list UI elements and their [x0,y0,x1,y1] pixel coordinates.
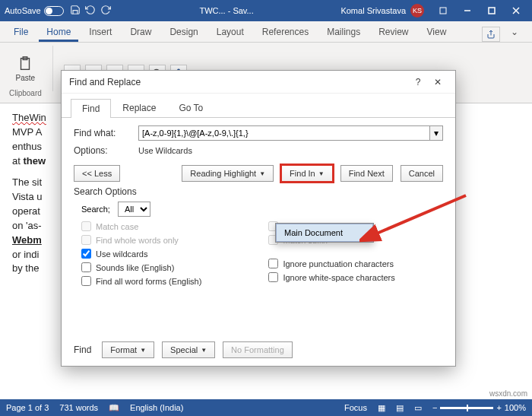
reading-highlight-button[interactable]: Reading Highlight▼ [182,165,274,182]
find-what-label: Find what: [74,128,131,138]
find-footer-label: Find [74,345,91,355]
special-button[interactable]: Special▼ [162,341,215,358]
minimize-icon[interactable] [456,3,479,18]
tab-replace[interactable]: Replace [111,98,167,117]
use-wildcards-checkbox[interactable]: Use wildcards [81,249,201,259]
doc-text: TheWin [12,112,46,123]
find-replace-dialog: Find and Replace ? ✕ Find Replace Go To … [61,70,456,367]
tab-draw[interactable]: Draw [122,22,159,42]
help-icon[interactable]: ? [408,74,428,91]
no-formatting-button[interactable]: No Formatting [223,341,293,358]
view-read-icon[interactable]: ▦ [378,403,385,413]
page-indicator[interactable]: Page 1 of 3 [6,403,49,412]
match-case-checkbox[interactable]: Match case [81,221,201,231]
zoom-slider[interactable] [440,407,493,409]
less-button[interactable]: << Less [74,165,120,182]
format-button[interactable]: Format▼ [102,341,154,358]
tab-references[interactable]: References [255,22,316,42]
ribbon-tabs: File Home Insert Draw Design Layout Refe… [0,21,532,43]
window-controls [432,3,527,18]
save-icon[interactable] [70,5,81,17]
word-count[interactable]: 731 words [59,403,98,412]
paste-icon [17,56,33,72]
chevron-down-icon[interactable]: ▾ [429,125,443,141]
svg-rect-0 [440,8,446,14]
clipboard-label: Clipboard [9,89,42,97]
status-bar: Page 1 of 3 731 words 📖 English (India) … [0,399,532,416]
tab-goto[interactable]: Go To [167,98,214,117]
undo-icon[interactable] [85,5,96,17]
search-options-header: Search Options [74,186,443,197]
paste-button[interactable]: Paste [13,54,39,84]
dialog-title-bar[interactable]: Find and Replace ? ✕ [62,71,455,94]
cancel-button[interactable]: Cancel [401,165,443,182]
doc-text: at [12,155,23,167]
find-next-button[interactable]: Find Next [340,165,393,182]
user-name: Komal Srivastava [340,6,406,15]
dialog-close-icon[interactable]: ✕ [428,74,448,91]
dialog-title: Find and Replace [69,77,141,87]
ignore-whitespace-checkbox[interactable]: Ignore white-space characters [268,272,394,282]
ribbon-display-icon[interactable] [432,3,454,18]
tab-view[interactable]: View [420,22,454,42]
search-options: Search Options Search; All Match case Fi… [74,186,443,286]
user-account[interactable]: Komal Srivastava KS [340,4,424,17]
tab-find[interactable]: Find [71,99,111,118]
doc-text: enthus [12,141,42,152]
doc-text: on 'as- [12,220,42,231]
tab-file[interactable]: File [6,22,36,42]
doc-text: MVP A [12,126,43,138]
dialog-tabs: Find Replace Go To [62,94,455,118]
tab-home[interactable]: Home [39,22,78,42]
paste-label: Paste [16,74,36,82]
ignore-punctuation-checkbox[interactable]: Ignore punctuation characters [268,259,394,268]
focus-mode[interactable]: Focus [344,403,367,412]
zoom-in-icon[interactable]: + [496,403,501,412]
tab-review[interactable]: Review [371,22,416,42]
tab-insert[interactable]: Insert [81,22,119,42]
doc-text: operat [12,205,40,217]
zoom-control[interactable]: − + 100% [432,403,526,412]
dialog-body: Find what: ▾ Options: Use Wildcards << L… [62,118,455,366]
zoom-value[interactable]: 100% [505,403,526,412]
zoom-out-icon[interactable]: − [432,403,437,412]
clipboard-group: Paste Clipboard [6,46,45,100]
toggle-switch[interactable] [44,6,64,16]
quick-access-toolbar [70,5,111,17]
doc-text: Webm [12,234,42,246]
sounds-like-checkbox[interactable]: Sounds like (English) [81,262,201,272]
options-value: Use Wildcards [138,146,192,155]
tab-design[interactable]: Design [162,22,205,42]
search-label: Search; [81,205,110,214]
close-icon[interactable] [505,3,527,18]
redo-icon[interactable] [100,5,111,17]
ribbon-chevron-icon[interactable]: ⌄ [503,22,526,42]
word-forms-checkbox[interactable]: Find all word forms (English) [81,276,201,286]
find-what-combo[interactable]: ▾ [138,125,443,141]
spellcheck-icon[interactable]: 📖 [109,403,119,413]
doc-link: thew [23,155,46,167]
find-in-dropdown: Main Document [275,223,374,243]
doc-text: by the [12,262,39,274]
main-document-item[interactable]: Main Document [276,224,373,242]
autosave-label: AutoSave [5,6,41,15]
user-avatar: KS [410,4,424,17]
search-direction-select[interactable]: All [118,202,150,217]
doc-text: Vista u [12,191,43,202]
tab-layout[interactable]: Layout [209,22,252,42]
document-title: TWC... - Sav... [120,6,334,15]
maximize-icon[interactable] [480,3,503,18]
share-button[interactable] [482,27,500,42]
svg-rect-2 [489,8,495,14]
doc-text: or indi [12,249,39,260]
autosave-toggle[interactable]: AutoSave [5,6,64,16]
find-footer: Find Format▼ Special▼ No Formatting [74,341,293,358]
tab-mailings[interactable]: Mailings [319,22,368,42]
language-indicator[interactable]: English (India) [130,403,183,412]
find-what-input[interactable] [138,125,429,141]
whole-words-checkbox[interactable]: Find whole words only [81,235,201,245]
view-print-icon[interactable]: ▤ [396,403,404,413]
watermark: wsxdn.com [489,389,527,398]
find-in-button[interactable]: Find In▼ [281,165,333,182]
view-web-icon[interactable]: ▭ [414,403,422,413]
